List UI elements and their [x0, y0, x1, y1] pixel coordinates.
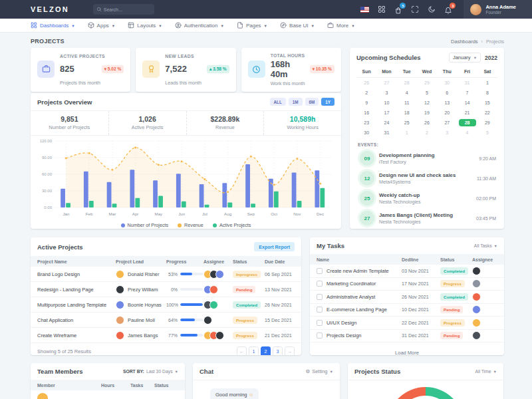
- export-report-button[interactable]: Export Report: [254, 242, 295, 251]
- calendar-day[interactable]: 3: [376, 88, 396, 98]
- calendar-day[interactable]: 12: [417, 98, 437, 108]
- calendar-day[interactable]: 30: [437, 78, 457, 88]
- task-checkbox[interactable]: [317, 307, 323, 313]
- cart-icon[interactable]: 5: [394, 5, 402, 13]
- calendar-day[interactable]: 19: [417, 108, 437, 118]
- event-item[interactable]: 09Development planningiTest Factory9:20 …: [350, 148, 504, 168]
- task-checkbox[interactable]: [317, 332, 323, 338]
- time-filter-dropdown[interactable]: All Time▼: [475, 369, 497, 374]
- task-checkbox[interactable]: [317, 268, 323, 274]
- search-box[interactable]: [93, 4, 154, 15]
- tasks-filter-dropdown[interactable]: All Tasks▼: [474, 243, 497, 248]
- task-row[interactable]: Projects Design31 Dec 2021Pending: [310, 330, 504, 343]
- range-button-1y[interactable]: 1Y: [321, 98, 334, 106]
- calendar-day[interactable]: 29: [477, 118, 497, 128]
- calendar-day[interactable]: 29: [417, 78, 437, 88]
- calendar-day[interactable]: 28: [457, 118, 477, 128]
- calendar-day[interactable]: 30: [356, 128, 376, 138]
- task-row[interactable]: Marketing Coordinator17 Nov 2021Progress: [310, 278, 504, 291]
- nav-item-base-ui[interactable]: Base UI▼: [280, 22, 315, 29]
- breadcrumb-item[interactable]: Projects: [486, 39, 504, 45]
- calendar-day[interactable]: 25: [397, 118, 417, 128]
- calendar-day[interactable]: 6: [437, 88, 457, 98]
- calendar-day[interactable]: 28: [397, 78, 417, 88]
- month-select[interactable]: January▼: [449, 53, 481, 63]
- calendar-day[interactable]: 2: [417, 128, 437, 138]
- range-button-1m[interactable]: 1M: [289, 98, 303, 106]
- calendar-day[interactable]: 15: [477, 98, 497, 108]
- assignee-avatar[interactable]: [209, 301, 218, 309]
- nav-item-more[interactable]: More▼: [327, 22, 355, 29]
- calendar-day[interactable]: 31: [457, 78, 477, 88]
- calendar-day[interactable]: 31: [376, 128, 396, 138]
- task-checkbox[interactable]: [317, 294, 323, 300]
- calendar-day[interactable]: 16: [356, 108, 376, 118]
- nav-item-apps[interactable]: Apps▼: [88, 22, 116, 29]
- calendar-day[interactable]: 1: [477, 78, 497, 88]
- task-checkbox[interactable]: [317, 320, 323, 326]
- calendar-day[interactable]: 22: [477, 108, 497, 118]
- user-menu[interactable]: Anna AdameFounder: [464, 0, 532, 19]
- calendar-day[interactable]: 26: [356, 78, 376, 88]
- project-name-link[interactable]: Multipurpose Landing Template: [37, 302, 116, 308]
- pagination-page-1[interactable]: 1: [249, 346, 259, 355]
- table-row[interactable]: Create WireframeJames Bangs77%Progress21…: [31, 328, 301, 343]
- notifications-bell-icon[interactable]: 3: [444, 5, 452, 13]
- calendar-day[interactable]: 27: [376, 78, 396, 88]
- pagination-page-2[interactable]: 2: [261, 346, 271, 355]
- calendar-day[interactable]: 8: [477, 88, 497, 98]
- table-row[interactable]: Chat ApplicationPauline Moll64%Progress1…: [31, 313, 301, 328]
- chat-settings-dropdown[interactable]: ⚙Setting▼: [305, 368, 333, 374]
- calendar-day[interactable]: 27: [437, 118, 457, 128]
- calendar-day[interactable]: 2: [356, 88, 376, 98]
- nav-item-dashboards[interactable]: Dashboards▼: [31, 22, 75, 29]
- language-flag-icon[interactable]: [360, 7, 369, 13]
- assignee-avatar[interactable]: [215, 331, 224, 340]
- pagination-next[interactable]: →: [285, 346, 295, 355]
- calendar-day[interactable]: 24: [376, 118, 396, 128]
- apps-grid-icon[interactable]: [378, 5, 386, 13]
- range-button-all[interactable]: ALL: [270, 98, 286, 106]
- calendar-day[interactable]: 14: [457, 98, 477, 108]
- pagination-prev[interactable]: ←: [237, 346, 247, 355]
- table-row[interactable]: Redesign - Landing PagePrezy William0%Pe…: [31, 282, 301, 297]
- calendar-day[interactable]: 26: [417, 118, 437, 128]
- calendar-day[interactable]: 20: [437, 108, 457, 118]
- range-button-6m[interactable]: 6M: [305, 98, 319, 106]
- project-name-link[interactable]: Chat Application: [37, 317, 116, 323]
- project-name-link[interactable]: Create Wireframe: [37, 332, 116, 338]
- table-row[interactable]: Brand Logo DesignDonald Risher53%Inprogr…: [31, 267, 301, 282]
- task-checkbox[interactable]: [317, 281, 323, 287]
- calendar-day[interactable]: 18: [397, 108, 417, 118]
- assignee-avatar[interactable]: [472, 293, 481, 301]
- calendar-day[interactable]: 17: [376, 108, 396, 118]
- dark-mode-moon-icon[interactable]: [428, 5, 436, 13]
- task-row[interactable]: UI/UX Design22 Dec 2021Progress: [310, 317, 504, 330]
- task-row[interactable]: E-commerce Landing Page10 Dec 2021Pendin…: [310, 304, 504, 317]
- event-item[interactable]: 27James Bangs (Client) MeetingNesta Tech…: [350, 208, 504, 228]
- assignee-avatar[interactable]: [215, 270, 224, 279]
- calendar-day[interactable]: 3: [437, 128, 457, 138]
- sort-dropdown[interactable]: SORT BY:Last 30 Days▼: [123, 369, 178, 374]
- nav-item-authentication[interactable]: Authentication▼: [175, 22, 224, 29]
- assignee-avatar[interactable]: [472, 331, 481, 340]
- app-logo[interactable]: VELZON: [31, 5, 69, 13]
- calendar-day[interactable]: 5: [417, 88, 437, 98]
- calendar-day[interactable]: 13: [437, 98, 457, 108]
- calendar-day[interactable]: 11: [397, 98, 417, 108]
- event-item[interactable]: 12Design new UI and check salesMeta4Syst…: [350, 168, 504, 188]
- project-name-link[interactable]: Brand Logo Design: [37, 271, 116, 277]
- calendar-day[interactable]: 7: [457, 88, 477, 98]
- calendar-day[interactable]: 21: [457, 108, 477, 118]
- nav-item-layouts[interactable]: Layouts▼: [128, 22, 162, 29]
- calendar-day[interactable]: 4: [457, 128, 477, 138]
- project-name-link[interactable]: Redesign - Landing Page: [37, 287, 116, 293]
- assignee-avatar[interactable]: [472, 305, 481, 314]
- fullscreen-icon[interactable]: [411, 5, 419, 13]
- assignee-avatar[interactable]: [472, 267, 481, 275]
- nav-item-pages[interactable]: Pages▼: [237, 22, 267, 29]
- calendar-day[interactable]: 10: [376, 98, 396, 108]
- event-item[interactable]: 25Weekly catch-upNesta Technologies02:00…: [350, 188, 504, 208]
- assignee-avatar[interactable]: [472, 319, 481, 327]
- calendar-day[interactable]: 23: [356, 118, 376, 128]
